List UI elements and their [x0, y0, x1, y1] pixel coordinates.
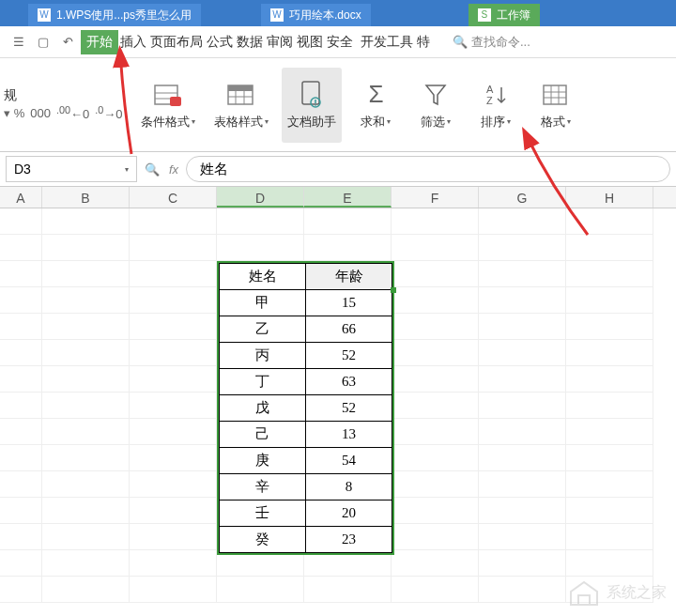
col-B[interactable]: B: [42, 187, 130, 208]
grid-cell[interactable]: [130, 208, 217, 235]
grid-cell[interactable]: [392, 314, 479, 340]
grid-cell[interactable]: [566, 208, 653, 235]
grid-cell[interactable]: [217, 208, 304, 235]
grid-cell[interactable]: [130, 550, 217, 577]
grid-cell[interactable]: [392, 550, 479, 577]
sort-button[interactable]: AZ 排序▾: [469, 68, 522, 143]
tab-formula[interactable]: 公式: [205, 30, 235, 54]
decimal-inc[interactable]: .00←0: [56, 104, 89, 121]
cell-age[interactable]: 52: [306, 395, 392, 422]
grid-cell[interactable]: [479, 235, 566, 261]
grid-cell[interactable]: [566, 524, 653, 550]
format-button[interactable]: 格式▾: [530, 68, 582, 143]
col-H[interactable]: H: [566, 187, 653, 208]
grid-cell[interactable]: [479, 419, 566, 445]
comma-button[interactable]: 000: [30, 106, 51, 120]
grid-cell[interactable]: [392, 261, 479, 287]
undo-icon[interactable]: ↶: [56, 31, 79, 54]
decimal-dec[interactable]: .0→0: [95, 104, 122, 121]
grid-cell[interactable]: [130, 577, 217, 603]
grid-cell[interactable]: [479, 471, 566, 498]
grid-cell[interactable]: [130, 445, 217, 471]
grid-cell[interactable]: [566, 550, 653, 577]
cell-name[interactable]: 己: [220, 422, 306, 448]
cell-name[interactable]: 甲: [220, 290, 306, 316]
grid-cell[interactable]: [566, 445, 653, 471]
grid-cell[interactable]: [42, 550, 130, 577]
grid-cell[interactable]: [0, 498, 42, 524]
cell-name[interactable]: 乙: [220, 316, 306, 343]
grid-cell[interactable]: [42, 419, 130, 445]
grid-cell[interactable]: [392, 287, 479, 314]
grid-cell[interactable]: [566, 393, 653, 419]
tab-doc-2[interactable]: W 巧用绘本.docx: [261, 4, 371, 26]
cell-name[interactable]: 壬: [220, 500, 306, 527]
grid-cell[interactable]: [42, 577, 130, 603]
grid-cell[interactable]: [130, 419, 217, 445]
grid-cell[interactable]: [42, 340, 130, 366]
grid-cell[interactable]: [392, 393, 479, 419]
grid-cell[interactable]: [479, 366, 566, 393]
grid-cell[interactable]: [130, 287, 217, 314]
grid-cell[interactable]: [304, 577, 392, 603]
grid-cell[interactable]: [479, 261, 566, 287]
col-C[interactable]: C: [130, 187, 217, 208]
grid-cell[interactable]: [479, 577, 566, 603]
grid-cell[interactable]: [392, 577, 479, 603]
grid-cell[interactable]: [566, 471, 653, 498]
grid-cell[interactable]: [479, 524, 566, 550]
grid-cell[interactable]: [392, 208, 479, 235]
grid-cell[interactable]: [392, 471, 479, 498]
grid-cell[interactable]: [566, 261, 653, 287]
cell-name[interactable]: 丁: [220, 369, 306, 395]
spreadsheet-grid[interactable]: // drawn below via template loop 姓名 年龄 甲…: [0, 208, 676, 616]
tab-dev[interactable]: 开发工具: [359, 30, 415, 54]
fx-icon[interactable]: fx: [169, 162, 178, 177]
grid-cell[interactable]: [566, 340, 653, 366]
grid-cell[interactable]: [392, 235, 479, 261]
grid-cell[interactable]: [42, 524, 130, 550]
grid-cell[interactable]: [0, 314, 42, 340]
grid-cell[interactable]: [566, 235, 653, 261]
grid-cell[interactable]: [130, 261, 217, 287]
tab-home[interactable]: 开始: [81, 30, 118, 54]
tab-doc-1[interactable]: W 1.WPS使用...ps秀里怎么用: [28, 4, 201, 26]
cell-name[interactable]: 戊: [220, 395, 306, 422]
selection-handle[interactable]: [391, 287, 396, 293]
grid-cell[interactable]: [42, 471, 130, 498]
tab-insert[interactable]: 插入: [118, 30, 148, 54]
cell-name[interactable]: 癸: [220, 527, 306, 553]
grid-cell[interactable]: [0, 208, 42, 235]
grid-cell[interactable]: [566, 287, 653, 314]
grid-cell[interactable]: [479, 393, 566, 419]
grid-cell[interactable]: [130, 235, 217, 261]
grid-cell[interactable]: [130, 393, 217, 419]
grid-cell[interactable]: [42, 208, 130, 235]
grid-cell[interactable]: [0, 419, 42, 445]
doc-helper-button[interactable]: 文档助手: [282, 68, 342, 143]
grid-cell[interactable]: [479, 445, 566, 471]
col-D[interactable]: D: [217, 187, 304, 208]
grid-cell[interactable]: [392, 445, 479, 471]
grid-cell[interactable]: [42, 235, 130, 261]
grid-cell[interactable]: [392, 419, 479, 445]
grid-cell[interactable]: [479, 340, 566, 366]
col-A[interactable]: A: [0, 187, 42, 208]
grid-cell[interactable]: [479, 208, 566, 235]
cell-age[interactable]: 8: [306, 474, 392, 500]
tab-review[interactable]: 审阅: [265, 30, 295, 54]
grid-cell[interactable]: [0, 340, 42, 366]
col-F[interactable]: F: [392, 187, 479, 208]
grid-cell[interactable]: [42, 314, 130, 340]
grid-cell[interactable]: [479, 498, 566, 524]
grid-cell[interactable]: [479, 314, 566, 340]
grid-cell[interactable]: [0, 445, 42, 471]
grid-cell[interactable]: [130, 471, 217, 498]
grid-cell[interactable]: [42, 498, 130, 524]
header-name[interactable]: 姓名: [220, 264, 306, 290]
grid-cell[interactable]: [0, 261, 42, 287]
col-G[interactable]: G: [479, 187, 566, 208]
cell-age[interactable]: 54: [306, 448, 392, 474]
cell-age[interactable]: 20: [306, 500, 392, 527]
header-age[interactable]: 年龄: [306, 264, 392, 290]
